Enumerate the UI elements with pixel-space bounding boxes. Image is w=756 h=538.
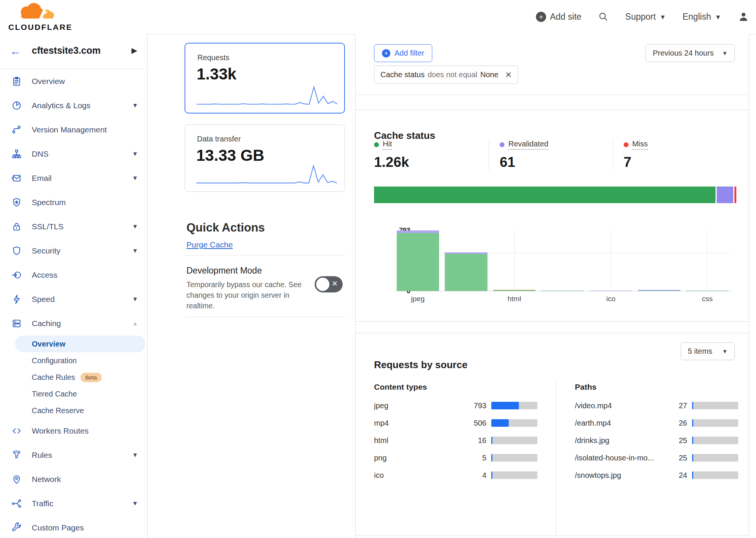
plus-icon: + (536, 12, 546, 22)
sidebar-item-email[interactable]: Email▼ (0, 166, 147, 190)
search-button[interactable] (598, 11, 609, 22)
development-mode-description: Temporarily bypass our cache. See change… (186, 279, 311, 311)
stat-label[interactable]: Miss (632, 140, 648, 150)
purge-cache-link[interactable]: Purge Cache (186, 240, 233, 249)
cloudflare-cloud-icon (8, 2, 65, 22)
row-label: ico (374, 471, 462, 480)
sidebar-item-traffic[interactable]: Traffic▼ (0, 491, 147, 516)
sidebar-subitem-configuration[interactable]: Configuration (0, 352, 147, 369)
requests-card-label: Requests (197, 53, 344, 62)
sidebar-item-speed[interactable]: Speed▼ (0, 287, 147, 311)
chart-x-labels: jpeghtmlicocss (394, 295, 731, 303)
sidebar-item-workers-routes[interactable]: Workers Routes (0, 419, 147, 443)
add-site-button[interactable]: + Add site (536, 12, 581, 22)
bar-segment-revalidated (397, 230, 439, 233)
bar-segment-hit (686, 291, 728, 291)
progress-bar (692, 419, 738, 427)
chart-slot (490, 230, 539, 291)
sidebar-item-label: Rules (32, 451, 52, 460)
add-filter-button[interactable]: + Add filter (374, 44, 432, 62)
stat-row: /isolated-house-in-mo...25 (575, 449, 738, 466)
data-transfer-card-label: Data transfer (197, 135, 345, 143)
stat-label[interactable]: Hit (383, 140, 392, 150)
sidebar-subitem-tiered-cache[interactable]: Tiered Cache (0, 386, 147, 402)
bar-segment-hit (541, 291, 584, 291)
toggle-knob (316, 278, 329, 291)
filter-operator: does not equal (428, 70, 477, 79)
analytics-panel: + Add filter Cache status does not equal… (355, 34, 749, 538)
filter-value: None (480, 70, 498, 79)
sidebar-item-network[interactable]: Network (0, 467, 147, 491)
bar-segment-hit (638, 291, 680, 291)
plus-icon: + (382, 49, 390, 58)
sidebar-item-label: Traffic (32, 499, 53, 508)
progress-bar (491, 454, 537, 462)
sidebar-item-ssl-tls[interactable]: SSL/TLS▼ (0, 215, 147, 239)
sidebar-item-version-management[interactable]: Version Management (0, 118, 147, 142)
summary-column: Requests 1.33k Data transfer 13.33 GB Qu… (147, 34, 355, 538)
sidebar-item-dns[interactable]: DNS▼ (0, 142, 147, 166)
sidebar-item-rules[interactable]: Rules▼ (0, 443, 147, 467)
bar-segment-miss (734, 187, 736, 203)
row-value: 26 (663, 419, 687, 428)
stat-label[interactable]: Revalidated (508, 140, 548, 150)
toggle-off-x-icon: ✕ (332, 279, 338, 288)
row-label: jpeg (374, 401, 462, 410)
filter-bar: + Add filter Cache status does not equal… (355, 34, 749, 95)
pin-icon (11, 474, 22, 485)
remove-filter-icon[interactable]: ✕ (505, 70, 512, 79)
data-transfer-card[interactable]: Data transfer 13.33 GB (185, 124, 345, 192)
top-bar: CLOUDFLARE + Add site Support ▼ English … (0, 0, 756, 34)
sidebar-item-caching[interactable]: Caching▲ (0, 311, 147, 336)
chart-bar-css (686, 291, 728, 291)
shield-icon (11, 246, 22, 256)
stat-row: /earth.mp426 (575, 414, 738, 432)
user-menu[interactable] (738, 11, 749, 22)
stat-value: 7 (624, 154, 736, 170)
cloudflare-logo[interactable]: CLOUDFLARE (8, 2, 84, 32)
time-range-selector[interactable]: Previous 24 hours ▼ (646, 44, 735, 62)
bolt-icon (11, 294, 22, 305)
chart-slot (635, 230, 683, 291)
sidebar-item-analytics-logs[interactable]: Analytics & Logs▼ (0, 93, 147, 118)
share-icon (11, 498, 22, 509)
sidebar-item-custom-pages[interactable]: Custom Pages (0, 516, 147, 538)
development-mode-toggle[interactable]: ✕ (315, 276, 343, 292)
back-arrow-icon[interactable]: ← (10, 45, 21, 58)
sidebar-item-label: SSL/TLS (32, 222, 64, 231)
row-label: html (374, 436, 462, 445)
sidebar-item-overview[interactable]: Overview (0, 69, 147, 93)
sidebar-item-spectrum[interactable]: Spectrum (0, 190, 147, 215)
row-label: /snowtops.jpg (575, 471, 663, 480)
row-label: /isolated-house-in-mo... (575, 454, 663, 462)
sidebar-subitem-overview[interactable]: Overview (0, 336, 147, 352)
stat-row: ico4 (374, 466, 537, 484)
sidebar-item-security[interactable]: Security▼ (0, 239, 147, 263)
row-value: 16 (462, 436, 486, 445)
progress-bar (491, 419, 537, 427)
stat-row: mp4506 (374, 414, 537, 432)
chart-slot (539, 230, 587, 291)
cache-stat-hit: Hit1.26k (374, 140, 489, 170)
sidebar-item-access[interactable]: Access (0, 263, 147, 287)
language-menu[interactable]: English ▼ (683, 12, 721, 22)
sidebar-subitem-label: Tiered Cache (32, 390, 77, 398)
filter-chip[interactable]: Cache status does not equal None ✕ (374, 65, 518, 84)
sidebar-item-label: Custom Pages (32, 523, 84, 532)
sidebar-subitem-label: Configuration (32, 356, 77, 365)
sidebar-subitem-cache-rules[interactable]: Cache RulesBeta (0, 369, 147, 386)
clipboard-icon (11, 76, 22, 87)
row-value: 793 (462, 401, 486, 410)
items-count-selector[interactable]: 5 items ▼ (681, 342, 735, 360)
chevron-right-icon[interactable]: ▶ (132, 46, 137, 55)
filter-field: Cache status (380, 70, 425, 79)
row-value: 4 (462, 471, 486, 480)
sidebar-subitem-cache-reserve[interactable]: Cache Reserve (0, 402, 147, 419)
site-name[interactable]: cftestsite3.com (32, 45, 101, 56)
requests-card[interactable]: Requests 1.33k (185, 43, 345, 114)
wrench-icon (11, 522, 22, 533)
x-axis-tick: ico (587, 295, 635, 303)
sidebar-item-label: Security (32, 246, 61, 255)
support-menu[interactable]: Support ▼ (625, 12, 666, 22)
data-transfer-sparkline (196, 164, 337, 185)
